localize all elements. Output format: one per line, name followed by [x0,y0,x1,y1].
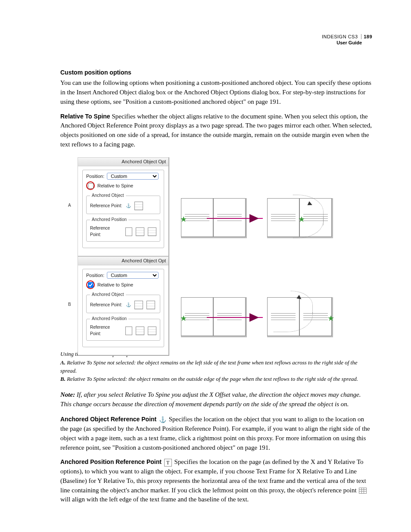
anchored-object-legend: Anchored Object [90,193,126,199]
proxy-icon [359,488,367,494]
aprp-paragraph: Anchored Position Reference Point T Spec… [60,457,372,504]
refpt-label-2: Reference Point: [90,324,122,337]
page-header: INDESIGN CS3 189 User Guide [322,34,372,46]
note-label: Note: [60,391,75,398]
caption-a-text: Relative To Spine not selected: the obje… [60,359,357,374]
page-number: 189 [361,34,372,39]
caption-b-label: B. [60,376,65,382]
proxy-icon[interactable] [134,202,143,210]
dialog-a-position-group: Position: Custom Relative to Spine Ancho… [82,170,164,248]
proxy-icon[interactable] [134,301,143,309]
refpt-label: Reference Point: [90,302,122,308]
doc-subtitle: User Guide [322,40,372,46]
caption-a-label: A. [60,359,65,366]
dialog-b-position-group: Position: Custom Relative to Spine Ancho… [82,269,164,347]
highlight-circle-b [86,280,95,289]
anchored-position-legend: Anchored Position [90,217,128,223]
flow-arrow [207,218,263,219]
relative-to-spine-chk-label: Relative to Spine [97,282,133,289]
anchor-icon: ⚓ [126,302,131,308]
product-name: INDESIGN CS3 [322,34,358,39]
relative-to-spine-chk-label: Relative to Spine [97,183,133,190]
anchored-object-legend: Anchored Object [90,292,126,298]
figure: A Anchored Object Opt Position: Custom R… [60,157,372,347]
note-text: If, after you select Relative To Spine y… [60,391,361,408]
relative-to-spine-label: Relative To Spine [60,113,110,120]
dialog-b: Anchored Object Opt Position: Custom Rel… [78,256,169,356]
position-select[interactable]: Custom [107,272,159,279]
spread-diagram-b: ★ ★ [181,297,332,345]
star-icon: ★ [327,313,334,324]
refpt-label-2: Reference Point: [90,225,122,238]
relative-to-spine-checkbox-b[interactable] [88,282,93,288]
aprp-label: Anchored Position Reference Point [60,458,162,465]
proxy-icon[interactable] [136,227,144,236]
anchored-position-group-a: Anchored Position Reference Point: [86,217,160,242]
aorp-label: Anchored Object Reference Point [60,416,156,423]
dialog-a: Anchored Object Opt Position: Custom Rel… [78,157,169,257]
page-icon[interactable] [125,327,132,335]
refpt-label: Reference Point: [90,203,122,209]
dialog-b-title: Anchored Object Opt [78,257,168,266]
figure-caption-a: A. Relative To Spine not selected: the o… [60,359,372,375]
anchored-object-group-a: Anchored Object Reference Point: ⚓ [86,193,160,214]
proxy-icon[interactable] [146,301,155,309]
relative-to-spine-paragraph: Relative To Spine Specifies whether the … [60,112,372,149]
position-select[interactable]: Custom [107,173,159,180]
page-icon[interactable] [125,227,132,236]
row-a-label: A [68,202,71,209]
note-paragraph: Note: If, after you select Relative To S… [60,390,372,409]
row-b-label: B [68,302,71,308]
text-frame-icon: T [164,459,172,467]
anchored-position-group-b: Anchored Position Reference Point: [86,316,160,341]
proxy-icon[interactable] [136,327,144,335]
spread-diagram-a: ★ ★ [181,198,332,246]
anchor-icon: ⚓ [126,203,131,208]
intro-paragraph: You can use the following options when p… [60,78,372,106]
anchored-position-legend: Anchored Position [90,316,128,322]
flow-arrow [207,317,263,318]
aprp-text-2: will align with the left edge of the tex… [60,496,249,503]
aorp-paragraph: Anchored Object Reference Point ⚓ Specif… [60,415,372,452]
relative-to-spine-checkbox-a[interactable] [88,183,93,189]
caption-b-text: Relative To Spine selected: the object r… [65,376,358,382]
position-label: Position: [86,272,104,279]
highlight-circle-a [86,181,95,190]
proxy-icon[interactable] [148,327,156,335]
proxy-icon[interactable] [148,227,156,236]
star-icon: ★ [180,214,187,225]
dialog-a-title: Anchored Object Opt [78,158,168,167]
anchored-object-group-b: Anchored Object Reference Point: ⚓ [86,292,160,313]
star-icon: ★ [180,313,187,324]
figure-caption-b: B. Relative To Spine selected: the objec… [60,375,372,383]
anchor-icon: ⚓ [159,416,166,424]
position-label: Position: [86,173,104,180]
